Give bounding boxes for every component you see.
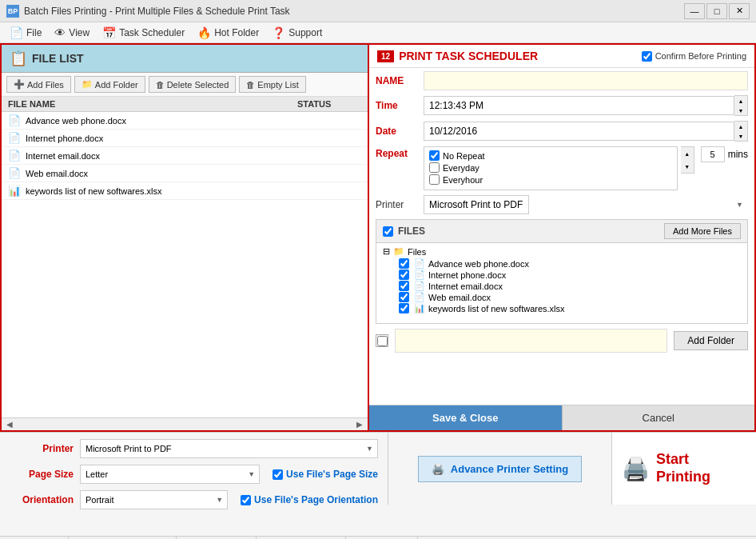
bottom-printer-select[interactable]: Microsoft Print to PDF Adobe PDF [80,439,378,458]
word-file-icon: 📄 [8,150,21,162]
main-content: 📋 FILE LIST ➕ Add Files 📁 Add Folder 🗑 D… [0,43,756,432]
name-label: NAME [376,75,424,86]
file-list-icon: 📋 [10,50,27,67]
bottom-panel: Printer Microsoft Print to PDF Adobe PDF… [0,432,756,536]
maximize-button[interactable]: □ [706,3,727,19]
menu-file[interactable]: 📄 File [3,24,48,42]
scheduler-header: 12 PRINT TASK SCHEDULER Confirm Before P… [369,45,754,68]
use-file-orientation-row: Use File's Page Orientation [241,494,378,505]
add-folder-button[interactable]: 📁 Add Folder [74,76,145,93]
name-input[interactable] [424,71,748,90]
add-files-button[interactable]: ➕ Add Files [6,76,71,93]
table-row[interactable]: 📄 Web email.docx [2,165,368,182]
tree-file-name: Internet phone.docx [428,270,506,280]
everyday-label: Everyday [443,163,479,173]
scroll-left-arrow[interactable]: ◀ [3,420,16,429]
use-file-page-size-checkbox[interactable] [273,469,283,480]
empty-list-button[interactable]: 🗑 Empty List [239,76,305,93]
confirm-check-row: Confirm Before Printing [642,51,746,62]
tree-file-checkbox[interactable] [399,281,409,291]
minimize-button[interactable]: — [684,3,705,19]
menu-support[interactable]: ❓ Support [265,24,328,42]
advance-printer-setting-button[interactable]: 🖨️ Advance Printer Setting [418,456,582,482]
bottom-printer-label: Printer [10,443,74,454]
folder-path-input[interactable] [395,329,667,353]
add-more-files-button[interactable]: Add More Files [664,223,741,239]
tree-root-label: Files [408,247,426,257]
folder-checkbox[interactable] [377,336,388,346]
add-folder-label: Add Folder [95,80,138,90]
tree-file-name: Web email.docx [428,293,491,302]
close-button[interactable]: ✕ [729,3,750,19]
cancel-button[interactable]: Cancel [562,405,755,430]
bottom-printer-row: Printer Microsoft Print to PDF Adobe PDF [10,439,378,458]
files-section: FILES Add More Files ⊟ 📁 Files 📄 Advance… [376,219,748,324]
scroll-right-arrow[interactable]: ▶ [353,420,366,429]
delete-label: Delete Selected [167,80,229,90]
tree-excel-icon: 📊 [414,303,425,313]
tree-file-checkbox[interactable] [399,258,409,269]
file-table-header: FILE NAME STATUS [2,97,368,112]
time-up-button[interactable]: ▲ [734,96,747,106]
time-label: Time [376,100,424,111]
menu-bar: 📄 File 👁 View 📅 Task Scheduler 🔥 Hot Fol… [0,22,756,43]
printer-select[interactable]: Microsoft Print to PDF Adobe PDF Default… [424,195,529,214]
tree-file-checkbox[interactable] [399,292,409,302]
list-item: 📄 Web email.docx [399,292,741,302]
hot-folder-icon: 🔥 [197,26,211,39]
repeat-scroll-up[interactable]: ▲ [681,147,694,160]
date-input[interactable] [424,122,734,141]
list-item: 📊 keywords list of new softwares.xlsx [399,303,741,313]
files-tree: ⊟ 📁 Files 📄 Advance web phone.docx 📄 Int… [376,243,747,323]
date-dropdown-button[interactable]: ▼ [734,131,747,141]
date-spin-buttons: ▲ ▼ [734,121,748,142]
files-checkbox[interactable] [383,226,393,237]
repeat-scroll-down[interactable]: ▼ [681,160,694,173]
repeat-section: Repeat No Repeat Everyday Ev [376,146,748,190]
tree-toggle-icon[interactable]: ⊟ [383,246,390,257]
menu-hot-folder[interactable]: 🔥 Hot Folder [191,24,265,42]
mins-input[interactable] [701,146,725,162]
tree-word-icon: 📄 [414,270,425,280]
use-file-orientation-checkbox[interactable] [241,495,251,505]
no-repeat-checkbox[interactable] [429,150,440,161]
time-input[interactable] [424,96,734,115]
table-row[interactable]: 📄 Internet email.docx [2,147,368,165]
menu-task-scheduler[interactable]: 📅 Task Scheduler [96,24,191,42]
printer-row-label: Printer [376,199,424,210]
table-row[interactable]: 📄 Internet phone.docx [2,130,368,147]
bottom-orientation-row: Orientation Portrait Landscape Use File'… [10,490,378,509]
tree-file-checkbox[interactable] [399,270,409,280]
mins-row: mins [701,146,748,162]
delete-icon: 🗑 [156,80,165,90]
time-down-button[interactable]: ▼ [734,106,747,115]
files-section-title: FILES [398,226,664,237]
add-folder-btn[interactable]: Add Folder [674,331,748,350]
date-up-button[interactable]: ▲ [734,122,747,131]
file-name: Internet email.docx [26,151,361,161]
confirm-checkbox[interactable] [642,51,652,62]
bottom-pagesize-select[interactable]: Letter A4 Legal [80,465,260,484]
save-close-button[interactable]: Save & Close [369,405,562,430]
use-file-page-size-row: Use File's Page Size [273,469,378,480]
bottom-printer-select-wrap: Microsoft Print to PDF Adobe PDF [80,439,378,458]
table-row[interactable]: 📄 Advance web phone.docx [2,112,368,130]
everyday-checkbox[interactable] [429,162,440,173]
list-item: 📄 Internet phone.docx [399,270,741,280]
delete-selected-button[interactable]: 🗑 Delete Selected [149,76,237,93]
file-name: Internet phone.docx [26,134,361,143]
menu-view[interactable]: 👁 View [48,24,96,42]
col-filename-header: FILE NAME [8,99,297,109]
tree-word-icon: 📄 [414,281,425,291]
folder-checkbox-container [376,334,388,347]
everyhour-checkbox[interactable] [429,174,440,185]
window-controls: — □ ✕ [684,3,750,19]
tree-file-checkbox[interactable] [399,303,409,313]
start-printing-button[interactable]: 🖨️ Start Printing [612,445,756,492]
bottom-pagesize-wrap: Letter A4 Legal [80,465,260,484]
time-spin-buttons: ▲ ▼ [734,95,748,116]
empty-icon: 🗑 [246,80,255,90]
bottom-orientation-select[interactable]: Portrait Landscape [80,490,228,509]
file-name: keywords list of new softwares.xlsx [26,186,361,196]
table-row[interactable]: 📊 keywords list of new softwares.xlsx [2,182,368,200]
